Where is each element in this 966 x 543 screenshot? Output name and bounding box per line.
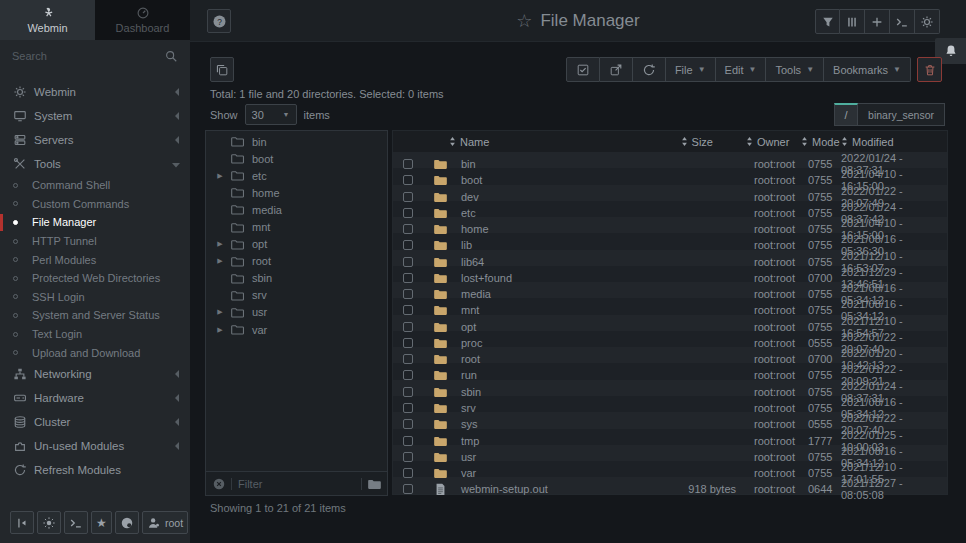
sidebar-item-system[interactable]: System — [0, 104, 190, 128]
sidebar-item-servers[interactable]: Servers — [0, 128, 190, 152]
tree-item-mnt[interactable]: mnt — [206, 218, 387, 235]
tree-item-sbin[interactable]: sbin — [206, 270, 387, 287]
sidebar-item-system-and-server-status[interactable]: System and Server Status — [0, 306, 190, 325]
help-button[interactable]: ? — [207, 9, 231, 33]
file-name[interactable]: lost+found — [457, 272, 643, 284]
file-name[interactable]: home — [457, 223, 643, 235]
tree-item-boot[interactable]: boot — [206, 150, 387, 167]
file-name[interactable]: bin — [457, 158, 643, 170]
clear-filter-icon[interactable] — [212, 477, 226, 491]
select-all-button[interactable] — [566, 57, 600, 82]
row-checkbox[interactable] — [403, 175, 413, 185]
table-row[interactable]: etcroot:root07552022/01/24 - 08:37:42 — [393, 201, 947, 217]
table-row[interactable]: libroot:root07552021/08/16 - 05:36:30 — [393, 233, 947, 249]
row-checkbox[interactable] — [403, 240, 413, 250]
terminal-button[interactable] — [890, 9, 915, 34]
sidebar-item-webmin[interactable]: Webmin — [0, 80, 190, 104]
menu-edit[interactable]: Edit▼ — [716, 57, 767, 82]
menu-bookmarks[interactable]: Bookmarks▼ — [824, 57, 911, 82]
filter-button[interactable] — [815, 9, 840, 34]
refresh-button[interactable] — [633, 57, 666, 82]
table-row[interactable]: mediaroot:root07552021/08/16 - 05:34:12 — [393, 282, 947, 298]
search-icon[interactable] — [164, 49, 178, 63]
gear-button[interactable] — [915, 9, 940, 34]
file-name[interactable]: lib64 — [457, 256, 643, 268]
export-button[interactable] — [600, 57, 633, 82]
expand-caret-icon[interactable]: ▶ — [214, 257, 226, 265]
page-size-select[interactable]: 30 ▼ — [245, 104, 297, 125]
table-row[interactable]: usrroot:root07552021/08/16 - 05:34:12 — [393, 445, 947, 461]
file-name[interactable]: sys — [457, 418, 643, 430]
row-checkbox[interactable] — [403, 370, 413, 380]
tree-item-srv[interactable]: srv — [206, 287, 387, 304]
file-name[interactable]: run — [457, 369, 643, 381]
row-checkbox[interactable] — [403, 257, 413, 267]
palette-button[interactable] — [115, 511, 139, 534]
file-name[interactable]: mnt — [457, 304, 643, 316]
row-checkbox[interactable] — [403, 322, 413, 332]
file-name[interactable]: var — [457, 467, 643, 479]
plus-button[interactable] — [865, 9, 890, 34]
table-row[interactable]: lost+foundroot:root07002021/12/29 - 13:4… — [393, 266, 947, 282]
row-checkbox[interactable] — [403, 192, 413, 202]
file-name[interactable]: tmp — [457, 435, 643, 447]
sidebar-item-text-login[interactable]: Text Login — [0, 325, 190, 344]
file-name[interactable]: etc — [457, 207, 643, 219]
file-name[interactable]: boot — [457, 174, 643, 186]
row-checkbox[interactable] — [403, 452, 413, 462]
file-name[interactable]: media — [457, 288, 643, 300]
table-row[interactable]: mntroot:root07552021/08/16 - 05:34:12 — [393, 298, 947, 314]
row-checkbox[interactable] — [403, 403, 413, 413]
menu-file[interactable]: File▼ — [666, 57, 716, 82]
file-name[interactable]: webmin-setup.out — [457, 483, 643, 495]
table-row[interactable]: procroot:root05552022/01/22 - 20:07:40 — [393, 331, 947, 347]
tree-item-usr[interactable]: ▶usr — [206, 304, 387, 321]
file-name[interactable]: lib — [457, 239, 643, 251]
table-row[interactable]: tmproot:root17772022/01/25 - 10:00:03 — [393, 429, 947, 445]
file-name[interactable]: root — [457, 353, 643, 365]
row-checkbox[interactable] — [403, 305, 413, 315]
file-name[interactable]: srv — [457, 402, 643, 414]
file-name[interactable]: dev — [457, 191, 643, 203]
menu-tools[interactable]: Tools▼ — [766, 57, 824, 82]
table-row[interactable]: binroot:root07552022/01/24 - 08:37:31 — [393, 152, 947, 168]
expand-caret-icon[interactable]: ▶ — [214, 308, 226, 316]
tree-item-etc[interactable]: ▶etc — [206, 167, 387, 184]
table-row[interactable]: lib64root:root07552021/12/10 - 16:53:07 — [393, 250, 947, 266]
star-button[interactable]: ★ — [91, 511, 112, 534]
select-view-button[interactable] — [210, 57, 234, 82]
col-owner[interactable]: Owner — [738, 136, 800, 148]
col-size[interactable]: Size — [643, 136, 738, 148]
col-mode[interactable]: Mode — [801, 136, 834, 148]
terminal-button[interactable] — [64, 511, 88, 534]
row-checkbox[interactable] — [403, 387, 413, 397]
trash-button[interactable] — [917, 57, 942, 82]
table-row[interactable]: rootroot:root07002022/01/20 - 10:42:13 — [393, 347, 947, 363]
table-row[interactable]: homeroot:root07552021/04/10 - 16:15:00 — [393, 217, 947, 233]
file-name[interactable]: opt — [457, 321, 643, 333]
sidebar-item-cluster[interactable]: Cluster — [0, 410, 190, 434]
row-checkbox[interactable] — [403, 224, 413, 234]
tree-filter-input[interactable] — [238, 478, 355, 490]
sidebar-item-protected-web-directories[interactable]: Protected Web Directories — [0, 269, 190, 288]
columns-button[interactable] — [840, 9, 865, 34]
row-checkbox[interactable] — [403, 419, 413, 429]
sidebar-item-http-tunnel[interactable]: HTTP Tunnel — [0, 232, 190, 251]
sidebar-item-hardware[interactable]: Hardware — [0, 386, 190, 410]
row-checkbox[interactable] — [403, 338, 413, 348]
row-checkbox[interactable] — [403, 208, 413, 218]
user-button[interactable]: root — [142, 511, 188, 534]
expand-caret-icon[interactable]: ▶ — [214, 326, 226, 334]
expand-caret-icon[interactable]: ▶ — [214, 172, 226, 180]
row-checkbox[interactable] — [403, 159, 413, 169]
sidebar-item-tools[interactable]: Tools — [0, 152, 190, 176]
table-row[interactable]: sysroot:root05552022/01/22 - 20:07:40 — [393, 412, 947, 428]
file-name[interactable]: usr — [457, 451, 643, 463]
sidebar-item-command-shell[interactable]: Command Shell — [0, 176, 190, 195]
row-checkbox[interactable] — [403, 289, 413, 299]
tab-webmin[interactable]: Webmin — [0, 0, 95, 40]
table-row[interactable]: bootroot:root07552021/04/10 - 16:15:00 — [393, 168, 947, 184]
folder-filter-icon[interactable] — [368, 478, 381, 490]
file-name[interactable]: sbin — [457, 386, 643, 398]
file-name[interactable]: proc — [457, 337, 643, 349]
